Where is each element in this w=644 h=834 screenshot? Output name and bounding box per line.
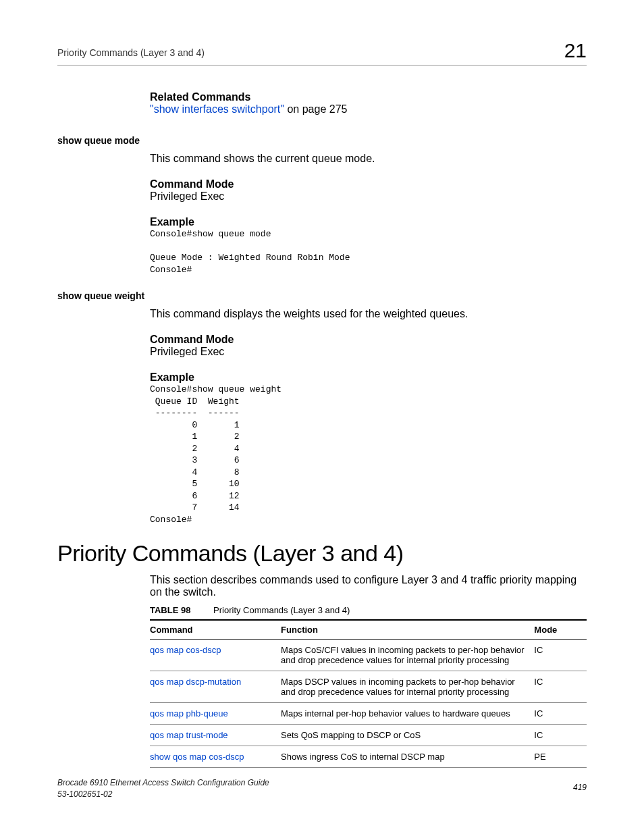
link-qos-map-phb-queue[interactable]: qos map phb-queue [150, 708, 228, 719]
example-code-show-queue-mode: Console#show queue mode Queue Mode : Wei… [150, 228, 587, 276]
link-tail: on page 275 [284, 103, 347, 115]
show-queue-weight-description: This command displays the weights used f… [150, 308, 587, 320]
cell-mode: PE [534, 746, 587, 768]
footer-page-number: 419 [573, 783, 587, 792]
link-qos-map-cos-dscp[interactable]: qos map cos-dscp [150, 645, 221, 655]
command-mode-value-2: Privileged Exec [150, 346, 587, 358]
cell-mode: IC [534, 671, 587, 703]
table-row: qos map trust-mode Sets QoS mapping to D… [150, 725, 587, 746]
table-row: show qos map cos-dscp Shows ingress CoS … [150, 746, 587, 768]
cmd-heading-show-queue-mode: show queue mode [57, 135, 140, 146]
cell-mode: IC [534, 725, 587, 746]
link-qos-map-trust-mode[interactable]: qos map trust-mode [150, 730, 228, 740]
command-mode-heading-2: Command Mode [150, 334, 587, 346]
cmd-heading-show-queue-weight: show queue weight [57, 290, 144, 301]
link-qos-map-dscp-mutation[interactable]: qos map dscp-mutation [150, 677, 241, 687]
link-show-qos-map-cos-dscp[interactable]: show qos map cos-dscp [150, 752, 244, 762]
header-rule [57, 65, 587, 66]
show-queue-mode-description: This command shows the current queue mod… [150, 153, 587, 165]
link-show-interfaces-switchport[interactable]: "show interfaces switchport" [150, 103, 284, 115]
cell-function: Maps CoS/CFI values in incoming packets … [281, 640, 534, 671]
cell-mode: IC [534, 640, 587, 671]
footer-part-number: 53-1002651-02 [57, 789, 112, 799]
table-caption: Priority Commands (Layer 3 and 4) [213, 605, 350, 615]
running-header-title: Priority Commands (Layer 3 and 4) [57, 47, 205, 58]
cell-function: Maps internal per-hop behavior values to… [281, 703, 534, 725]
table-row: qos map cos-dscp Maps CoS/CFI values in … [150, 640, 587, 671]
command-mode-heading: Command Mode [150, 178, 587, 190]
related-commands-heading: Related Commands [150, 91, 587, 103]
cell-mode: IC [534, 703, 587, 725]
cell-function: Maps DSCP values in incoming packets to … [281, 671, 534, 703]
table-row: qos map phb-queue Maps internal per-hop … [150, 703, 587, 725]
commands-table: Command Function Mode qos map cos-dscp M… [150, 619, 587, 768]
example-heading: Example [150, 216, 587, 228]
footer-doc-title: Brocade 6910 Ethernet Access Switch Conf… [57, 778, 269, 787]
table-row: qos map dscp-mutation Maps DSCP values i… [150, 671, 587, 703]
section-title: Priority Commands (Layer 3 and 4) [57, 540, 404, 567]
footer-left: Brocade 6910 Ethernet Access Switch Conf… [57, 777, 269, 800]
cell-function: Shows ingress CoS to internal DSCP map [281, 746, 534, 768]
th-mode: Mode [534, 620, 587, 640]
command-mode-value: Privileged Exec [150, 190, 587, 203]
table-label: TABLE 98 [150, 605, 190, 615]
example-heading-2: Example [150, 371, 587, 384]
chapter-number: 21 [564, 39, 587, 62]
example-code-show-queue-weight: Console#show queue weight Queue ID Weigh… [150, 384, 587, 526]
th-function: Function [281, 620, 534, 640]
th-command: Command [150, 620, 281, 640]
cell-function: Sets QoS mapping to DSCP or CoS [281, 725, 534, 746]
section-intro: This section describes commands used to … [150, 574, 587, 598]
